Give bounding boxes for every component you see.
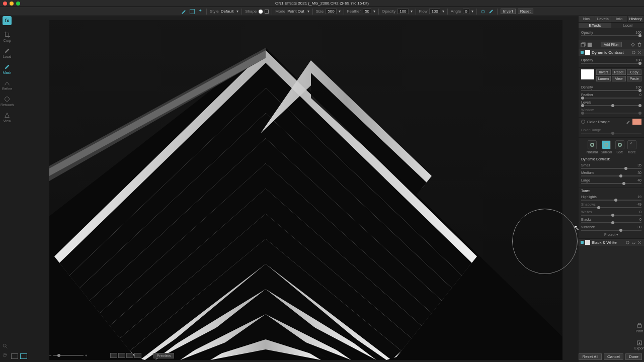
filter-opacity-label: Opacity bbox=[581, 58, 593, 62]
shape-square-icon[interactable] bbox=[265, 10, 269, 14]
filter2-mask-thumb[interactable] bbox=[585, 240, 590, 245]
mask-preview-thumb[interactable] bbox=[581, 69, 594, 79]
flow-label: Flow bbox=[419, 9, 428, 14]
levels-slider[interactable] bbox=[581, 105, 641, 106]
view-split-icon[interactable] bbox=[126, 353, 133, 358]
medium-slider[interactable] bbox=[581, 175, 641, 176]
filter-opacity-slider[interactable] bbox=[581, 63, 641, 64]
svg-rect-34 bbox=[582, 42, 586, 46]
mask-lumen-button[interactable]: Lumen bbox=[596, 76, 611, 81]
mask-invert-button[interactable]: Invert bbox=[596, 69, 611, 75]
medium-label: Medium bbox=[581, 171, 594, 174]
mask-feather-slider[interactable] bbox=[581, 98, 641, 99]
preset-soft[interactable]: Soft bbox=[615, 140, 624, 154]
zoom-slider[interactable]: − + bbox=[49, 353, 87, 358]
local-tool[interactable]: Local bbox=[2, 46, 13, 59]
svg-point-36 bbox=[632, 43, 634, 46]
shadows-slider[interactable] bbox=[581, 207, 641, 208]
tab-levels[interactable]: Levels bbox=[595, 16, 612, 22]
large-slider[interactable] bbox=[581, 183, 641, 184]
print-button[interactable]: Print bbox=[636, 323, 643, 333]
compare-arrow-icon[interactable]: ↔ bbox=[144, 353, 148, 358]
mask-icon[interactable] bbox=[587, 42, 592, 47]
small-slider[interactable] bbox=[581, 168, 641, 169]
gradient-tool-icon[interactable] bbox=[189, 9, 195, 15]
export-button[interactable]: Export bbox=[634, 340, 644, 350]
hand-icon[interactable] bbox=[2, 352, 8, 358]
close-window-icon[interactable] bbox=[3, 2, 7, 6]
tab-info[interactable]: Info bbox=[611, 16, 628, 22]
window-controls bbox=[3, 2, 20, 6]
preview-button[interactable]: Preview bbox=[153, 353, 174, 358]
view-a-icon[interactable] bbox=[110, 353, 117, 358]
angle-input[interactable]: 0 bbox=[463, 9, 469, 14]
preset-surreal[interactable]: Surreal bbox=[601, 140, 612, 154]
view-quad-icon[interactable] bbox=[134, 353, 141, 358]
crop-tool[interactable]: Crop bbox=[2, 30, 13, 43]
cancel-button[interactable]: Cancel bbox=[604, 353, 623, 360]
filter2-reset-icon[interactable] bbox=[625, 240, 630, 245]
search-icon[interactable] bbox=[2, 343, 8, 349]
invert-button[interactable]: Invert bbox=[501, 9, 516, 14]
svg-rect-33 bbox=[581, 43, 585, 47]
edit-tab[interactable]: Edit bbox=[636, 0, 642, 1]
mask-tool[interactable]: Mask bbox=[2, 62, 13, 75]
svg-point-3 bbox=[3, 344, 6, 347]
reset-all-button[interactable]: Reset All bbox=[579, 353, 602, 360]
opacity-label: Opacity bbox=[382, 9, 395, 14]
mask-feather-label: Feather bbox=[581, 93, 593, 97]
single-view-icon[interactable] bbox=[11, 353, 18, 359]
blacks-slider[interactable] bbox=[581, 222, 641, 223]
maximize-window-icon[interactable] bbox=[16, 2, 20, 6]
brush-tool-icon[interactable] bbox=[181, 9, 187, 15]
tab-nav[interactable]: Nav bbox=[579, 16, 595, 22]
mask-view-button[interactable]: View bbox=[612, 76, 626, 81]
feather-input[interactable]: 50 bbox=[363, 9, 371, 14]
mode-value[interactable]: Paint Out bbox=[287, 9, 304, 14]
retouch-tool[interactable]: Retouch bbox=[2, 95, 13, 108]
view-tool[interactable]: View bbox=[2, 111, 13, 124]
style-value[interactable]: Default bbox=[221, 9, 233, 14]
minimize-window-icon[interactable] bbox=[10, 2, 14, 6]
filter-toggle-icon[interactable] bbox=[581, 51, 584, 54]
settings-icon[interactable] bbox=[480, 9, 486, 15]
reset-button[interactable]: Reset bbox=[518, 9, 533, 14]
view-b-icon[interactable] bbox=[118, 353, 125, 358]
done-button[interactable]: Done bbox=[625, 353, 642, 360]
refine-tool[interactable]: Refine bbox=[2, 78, 13, 92]
mask-reset-button[interactable]: Reset bbox=[612, 69, 626, 75]
shape-round-icon[interactable] bbox=[259, 10, 263, 14]
preset-natural[interactable]: Natural bbox=[586, 140, 598, 154]
density-slider[interactable] bbox=[581, 90, 641, 91]
eyedropper-icon[interactable] bbox=[626, 120, 630, 124]
svg-rect-40 bbox=[638, 323, 640, 325]
tablet-icon[interactable] bbox=[488, 9, 494, 15]
master-opacity-slider[interactable] bbox=[581, 35, 641, 36]
compare-switch[interactable] bbox=[110, 353, 141, 358]
app-logo[interactable]: fx bbox=[3, 16, 12, 25]
wand-tool-icon[interactable] bbox=[197, 9, 203, 15]
svg-rect-39 bbox=[637, 325, 641, 327]
highlights-slider[interactable] bbox=[581, 200, 641, 201]
color-range-checkbox[interactable] bbox=[581, 120, 585, 124]
filter-bw-header[interactable]: Black & White bbox=[579, 239, 644, 246]
add-filter-button[interactable]: Add Filter bbox=[601, 42, 622, 47]
flow-input[interactable]: 100 bbox=[429, 9, 440, 14]
options-bar: Style Default▾ Shape Mode Paint Out▾ Siz… bbox=[0, 7, 644, 16]
filter-mask-thumb[interactable] bbox=[585, 50, 590, 55]
tab-effects[interactable]: Effects bbox=[579, 23, 611, 28]
filter-dynamic-contrast-header[interactable]: Dynamic Contrast bbox=[579, 49, 644, 56]
zoom-in-icon[interactable]: + bbox=[85, 353, 88, 358]
split-view-icon[interactable] bbox=[20, 353, 27, 359]
size-input[interactable]: 500 bbox=[326, 9, 336, 14]
vibrance-slider[interactable] bbox=[581, 230, 641, 231]
image-canvas[interactable] bbox=[49, 20, 562, 360]
opacity-input[interactable]: 100 bbox=[397, 9, 408, 14]
filter2-toggle-icon[interactable] bbox=[581, 241, 584, 244]
color-range-slider-label: Color Range bbox=[581, 128, 601, 132]
layer-icon[interactable] bbox=[581, 42, 586, 47]
add-filter-row: Add Filter bbox=[579, 40, 644, 49]
whites-slider[interactable] bbox=[581, 215, 641, 216]
zoom-out-icon[interactable]: − bbox=[49, 353, 52, 358]
footer-buttons: Reset All Cancel Done bbox=[579, 353, 642, 360]
